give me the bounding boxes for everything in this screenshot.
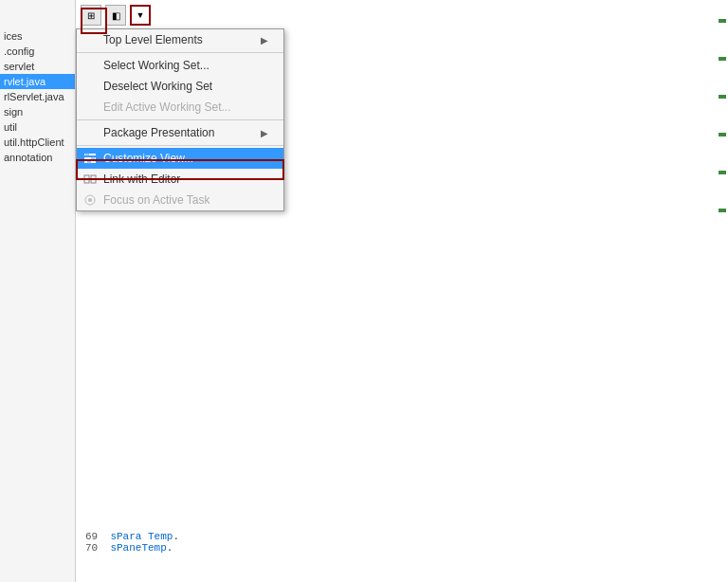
svg-point-4: [92, 157, 95, 160]
sidebar-item-annotation[interactable]: annotation: [0, 150, 75, 165]
menu-separator-2: [77, 119, 283, 120]
dropdown-button[interactable]: ▼: [130, 5, 151, 26]
code-line-69: 69 sPara Temp.: [85, 531, 179, 542]
marker-6: [719, 209, 726, 212]
sidebar-panel: ices .config servlet rvlet.java rlServle…: [0, 0, 76, 582]
menu-item-link-with-editor[interactable]: Link with Editor: [77, 169, 283, 190]
svg-rect-7: [91, 175, 96, 183]
menu-item-customize-view[interactable]: Customize View...: [77, 148, 283, 169]
sidebar-item-httpclient[interactable]: util.httpClient: [0, 135, 75, 150]
markers-panel: [717, 0, 726, 582]
marker-4: [719, 133, 726, 136]
sidebar-item-config[interactable]: .config: [0, 44, 75, 59]
svg-point-3: [86, 154, 89, 156]
sidebar-item-rvlet-java[interactable]: rvlet.java: [0, 74, 75, 89]
sidebar-item-sign[interactable]: sign: [0, 104, 75, 119]
code-line-70: 70 sPaneTemp.: [85, 542, 179, 554]
menu-item-focus-active-task: Focus on Active Task: [77, 190, 283, 210]
bottom-code: 69 sPara Temp. 70 sPaneTemp.: [85, 531, 179, 554]
menu-separator-3: [77, 145, 283, 146]
focus-icon: [82, 192, 98, 208]
menu-item-top-level-elements[interactable]: Top Level Elements ▶: [77, 29, 283, 50]
menu-item-deselect-working-set[interactable]: Deselect Working Set: [77, 76, 283, 97]
sidebar-item-urlservlet[interactable]: rlServlet.java: [0, 89, 75, 104]
marker-5: [719, 171, 726, 174]
sidebar-item-servlet[interactable]: servlet: [0, 59, 75, 74]
menu-separator-1: [77, 52, 283, 53]
menu-item-edit-active-working-set: Edit Active Working Set...: [77, 97, 283, 118]
svg-point-5: [88, 161, 91, 164]
sidebar-item-util[interactable]: util: [0, 119, 75, 135]
menu-item-select-working-set[interactable]: Select Working Set...: [77, 55, 283, 76]
submenu-arrow-package: ▶: [261, 128, 268, 138]
svg-point-10: [88, 198, 92, 202]
context-menu: Top Level Elements ▶ Select Working Set.…: [76, 28, 284, 211]
link-editor-icon: [82, 172, 98, 187]
marker-1: [719, 19, 726, 23]
submenu-arrow-top-level: ▶: [261, 35, 268, 45]
svg-rect-6: [84, 175, 89, 183]
menu-item-package-presentation[interactable]: Package Presentation ▶: [77, 122, 283, 143]
toolbar-btn-2[interactable]: ◧: [105, 5, 126, 26]
toolbar-btn-1[interactable]: ⊞: [81, 5, 101, 26]
marker-2: [719, 57, 726, 61]
customize-icon: [82, 151, 98, 166]
sidebar-item-ices[interactable]: ices: [0, 28, 75, 44]
marker-3: [719, 95, 726, 99]
